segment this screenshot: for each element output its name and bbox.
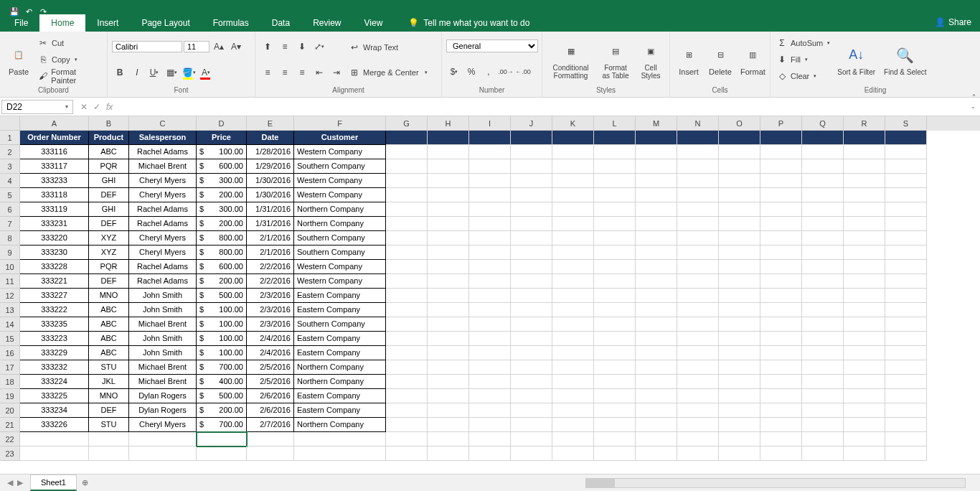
cell[interactable] [594, 303, 636, 317]
cell[interactable] [719, 260, 760, 274]
cell[interactable] [511, 360, 552, 375]
cell[interactable]: 333233 [20, 174, 89, 188]
cell[interactable]: Northern Company [294, 418, 386, 432]
row-header[interactable]: 7 [0, 217, 20, 231]
cell[interactable] [20, 432, 89, 446]
cell[interactable]: John Smith [129, 289, 197, 303]
cell[interactable]: Western Company [294, 145, 386, 159]
cell[interactable]: 333231 [20, 217, 89, 231]
tab-review[interactable]: Review [301, 14, 352, 32]
cell[interactable]: Cheryl Myers [129, 174, 197, 188]
cell[interactable] [844, 446, 885, 461]
cell[interactable] [802, 360, 844, 375]
cell[interactable]: 2/5/2016 [247, 360, 294, 375]
cell[interactable] [760, 317, 802, 332]
cell[interactable] [428, 145, 469, 159]
increase-decimal-icon[interactable]: .00→ [498, 64, 514, 80]
cell[interactable]: $700.00 [197, 360, 247, 375]
cell[interactable] [469, 432, 511, 446]
row-header[interactable]: 8 [0, 231, 20, 246]
tab-formulas[interactable]: Formulas [202, 14, 260, 32]
cell[interactable] [428, 274, 469, 289]
cell[interactable] [469, 217, 511, 231]
cell[interactable] [844, 303, 885, 317]
cell[interactable]: Southern Company [294, 159, 386, 174]
cell[interactable] [802, 432, 844, 446]
cell[interactable] [511, 317, 552, 332]
row-header[interactable]: 5 [0, 188, 20, 202]
cell[interactable]: Product [89, 131, 129, 145]
undo-icon[interactable]: ↶ [23, 6, 34, 17]
cell[interactable] [885, 217, 927, 231]
format-cells-button[interactable]: ▥Format [738, 34, 768, 85]
cell[interactable] [885, 260, 927, 274]
cell[interactable] [511, 246, 552, 260]
cell[interactable]: 333116 [20, 145, 89, 159]
cell[interactable] [89, 446, 129, 461]
cell[interactable] [844, 360, 885, 375]
cell[interactable] [844, 260, 885, 274]
select-all-corner[interactable] [0, 116, 20, 131]
cell[interactable]: Western Company [294, 260, 386, 274]
row-header[interactable]: 10 [0, 260, 20, 274]
cell[interactable]: 333230 [20, 246, 89, 260]
col-header[interactable]: F [294, 116, 386, 131]
cell[interactable] [428, 375, 469, 389]
cell[interactable] [428, 389, 469, 403]
cell[interactable]: Date [247, 131, 294, 145]
number-format-select[interactable]: General [446, 39, 538, 52]
cell[interactable] [885, 145, 927, 159]
cell[interactable]: XYZ [89, 246, 129, 260]
cell[interactable]: 2/7/2016 [247, 418, 294, 432]
cut-button[interactable]: ✂Cut [36, 35, 103, 51]
cell[interactable] [386, 346, 428, 360]
cell[interactable]: John Smith [129, 303, 197, 317]
cell[interactable]: Eastern Company [294, 346, 386, 360]
cell[interactable] [428, 289, 469, 303]
col-header[interactable]: S [885, 116, 927, 131]
cell[interactable] [636, 246, 677, 260]
cell[interactable] [469, 274, 511, 289]
cell[interactable] [552, 174, 594, 188]
cell[interactable] [719, 446, 760, 461]
cell[interactable]: 333220 [20, 231, 89, 246]
cell[interactable]: Southern Company [294, 246, 386, 260]
cell[interactable] [760, 432, 802, 446]
cell[interactable]: GHI [89, 174, 129, 188]
cell[interactable]: 333226 [20, 418, 89, 432]
cell[interactable] [511, 202, 552, 217]
cell[interactable]: $400.00 [197, 375, 247, 389]
cell[interactable]: Eastern Company [294, 332, 386, 346]
cell[interactable]: 1/30/2016 [247, 188, 294, 202]
cell[interactable] [719, 317, 760, 332]
cell[interactable] [760, 289, 802, 303]
cell[interactable]: 333119 [20, 202, 89, 217]
cell-styles-button[interactable]: ▣Cell Styles [636, 34, 665, 85]
cell[interactable] [677, 174, 719, 188]
tab-view[interactable]: View [353, 14, 395, 32]
cell[interactable] [89, 432, 129, 446]
cell[interactable] [636, 188, 677, 202]
cell[interactable] [802, 289, 844, 303]
cell[interactable] [428, 260, 469, 274]
cell[interactable]: $200.00 [197, 274, 247, 289]
cell[interactable] [677, 389, 719, 403]
cell[interactable] [719, 202, 760, 217]
formula-input[interactable] [118, 100, 966, 113]
cell[interactable] [719, 360, 760, 375]
cell[interactable] [719, 217, 760, 231]
cell[interactable] [20, 446, 89, 461]
align-right-icon[interactable]: ≡ [294, 65, 310, 80]
cell[interactable] [511, 446, 552, 461]
cell[interactable] [885, 246, 927, 260]
delete-cells-button[interactable]: ⊟Delete [706, 34, 735, 85]
sheet-nav-arrows[interactable]: ◀▶ [0, 478, 30, 487]
tab-data[interactable]: Data [260, 14, 301, 32]
cell[interactable] [719, 174, 760, 188]
cell[interactable]: Dylan Rogers [129, 389, 197, 403]
cell[interactable] [428, 303, 469, 317]
cell[interactable] [511, 174, 552, 188]
cell[interactable] [594, 289, 636, 303]
cell[interactable]: Order Number [20, 131, 89, 145]
cell[interactable]: 333117 [20, 159, 89, 174]
